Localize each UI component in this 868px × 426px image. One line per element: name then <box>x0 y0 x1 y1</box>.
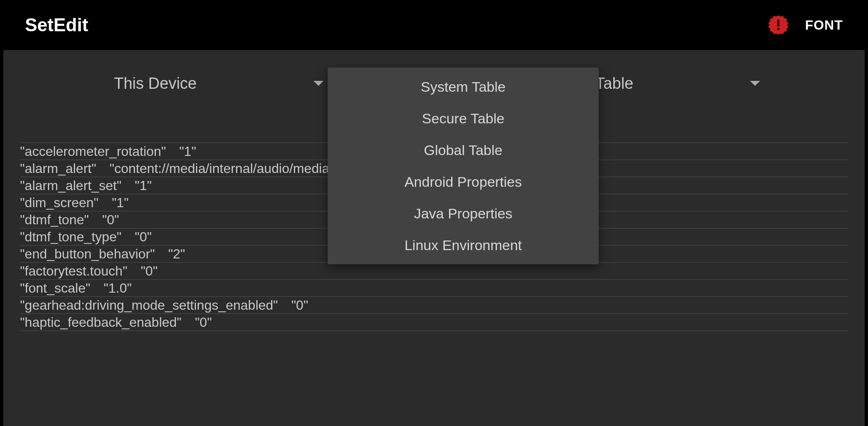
setting-key: "haptic_feedback_enabled" <box>20 315 181 330</box>
setting-value: "1" <box>179 144 196 159</box>
setting-value: "2" <box>168 246 185 262</box>
popup-menu-item[interactable]: Android Properties <box>328 166 599 198</box>
setting-value: "0" <box>291 298 309 313</box>
popup-menu-item[interactable]: System Table <box>328 71 599 103</box>
app-header: SetEdit FONT <box>0 0 868 50</box>
device-dropdown-label: This Device <box>114 75 197 93</box>
header-actions: FONT <box>767 13 843 37</box>
svg-rect-0 <box>778 20 780 26</box>
setting-key: "factorytest.touch" <box>20 263 128 279</box>
setting-row[interactable]: "gearhead:driving_mode_settings_enabled"… <box>20 297 848 314</box>
popup-menu-item[interactable]: Java Properties <box>328 198 599 229</box>
warning-icon[interactable] <box>767 13 790 37</box>
setting-key: "alarm_alert_set" <box>20 178 121 193</box>
setting-value: "1" <box>112 195 129 210</box>
setting-key: "dim_screen" <box>20 195 98 210</box>
setting-key: "alarm_alert" <box>20 161 96 176</box>
chevron-down-icon <box>314 81 324 86</box>
popup-menu-item[interactable]: Global Table <box>328 134 599 166</box>
setting-row[interactable]: "haptic_feedback_enabled""0" <box>20 314 848 331</box>
setting-value: "0" <box>135 229 152 245</box>
setting-key: "gearhead:driving_mode_settings_enabled" <box>20 298 278 313</box>
setting-row[interactable]: "font_scale""1.0" <box>20 280 848 297</box>
setting-value: "1.0" <box>104 281 132 296</box>
popup-menu-item[interactable]: Secure Table <box>328 103 599 134</box>
setting-value: "0" <box>195 315 212 330</box>
setting-key: "accelerometer_rotation" <box>20 144 166 159</box>
setting-key: "dtmf_tone_type" <box>20 229 121 245</box>
setting-value: "1" <box>135 178 152 193</box>
chevron-down-icon <box>750 81 760 86</box>
setting-value: "0" <box>141 263 158 279</box>
popup-menu-item[interactable]: Linux Environment <box>328 229 599 261</box>
setting-value: "0" <box>102 212 119 228</box>
font-button[interactable]: FONT <box>805 18 843 33</box>
setting-key: "font_scale" <box>20 281 90 296</box>
setting-key: "end_button_behavior" <box>20 246 155 262</box>
setting-key: "dtmf_tone" <box>20 212 89 228</box>
table-popup-menu: System TableSecure TableGlobal TableAndr… <box>328 68 599 264</box>
app-title: SetEdit <box>25 15 88 35</box>
svg-rect-1 <box>778 28 780 30</box>
setting-row[interactable]: "factorytest.touch""0" <box>20 263 848 280</box>
